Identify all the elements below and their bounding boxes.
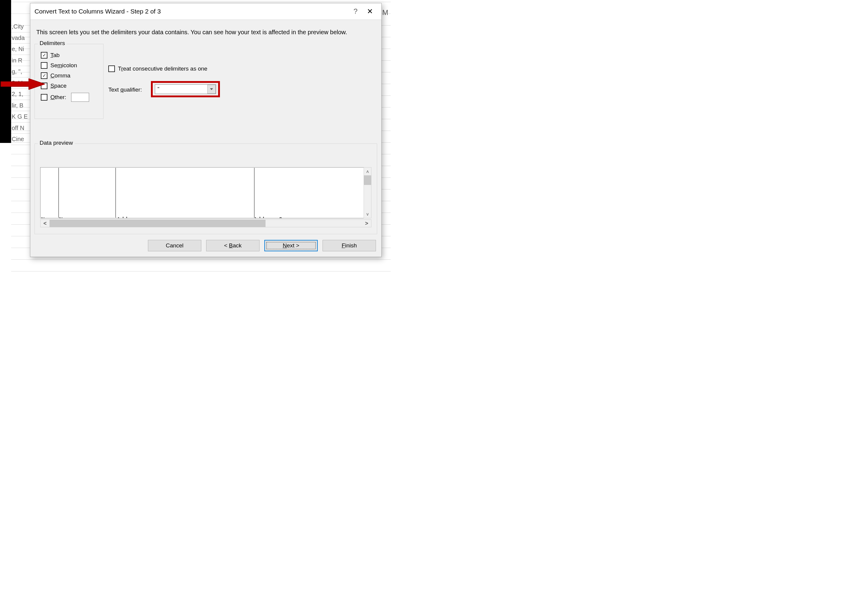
scroll-up-icon[interactable]: ʌ [364,168,371,175]
dialog-description: This screen lets you set the delimiters … [36,29,375,36]
scroll-left-icon[interactable]: < [40,220,50,227]
cell-fragment: lir, B [11,100,30,111]
delimiter-tab-label: Tab [50,52,60,59]
scroll-down-icon[interactable]: v [364,210,371,218]
data-preview-legend: Data preview [38,140,75,146]
text-qualifier-label: Text qualifier: [108,87,142,93]
checkbox-tab[interactable]: ✓ [41,52,47,59]
data-preview-group: Data preview No. Name Address Address2 1… [34,143,377,234]
cell-fragment: 2, 1, [11,89,30,100]
help-icon[interactable]: ? [348,7,363,16]
behind-cells: ,City vada e, Ni in R g, ", 3, V 2, 1, l… [11,3,30,145]
text-qualifier-value: " [155,86,207,92]
cell-fragment: K G E [11,111,30,123]
cell-fragment: off N [11,123,30,134]
checkbox-other[interactable] [41,94,47,101]
left-black-strip [0,0,11,143]
wizard-dialog: Convert Text to Columns Wizard - Step 2 … [30,3,382,257]
treat-consecutive-label: Treat consecutive delimiters as one [118,65,207,72]
close-icon[interactable]: ✕ [363,7,377,16]
chevron-down-icon [210,88,213,90]
back-button[interactable]: < Back [206,240,259,251]
treat-consecutive-row[interactable]: Treat consecutive delimiters as one [108,65,207,72]
stage: M ,City vada e, Ni in R g, ", 3, V 2, 1,… [0,0,391,274]
delimiter-comma-label: Comma [50,72,71,79]
text-qualifier-select[interactable]: " [155,84,216,94]
checkbox-comma[interactable]: ✓ [41,72,47,79]
delimiter-semicolon-row[interactable]: Semicolon [41,62,103,69]
delimiter-space-label: Space [50,82,67,89]
preview-vscrollbar[interactable]: ʌ v [364,167,372,218]
checkbox-treat-consecutive[interactable] [108,65,115,72]
preview-grid[interactable]: No. Name Address Address2 1 Mary Elizabe… [40,167,372,218]
dialog-footer: Cancel < Back Next > Finish [30,236,381,257]
hscroll-thumb[interactable] [50,220,265,227]
delimiters-group: Delimiters ✓ Tab Semicolon ✓ Comma [34,44,104,119]
cell-fragment: vada [11,33,30,44]
cell-fragment: in R [11,55,30,66]
column-header-M: M [382,8,388,17]
checkbox-space[interactable] [41,82,47,89]
cell-fragment: g, ", [11,66,30,78]
text-qualifier-highlight: " [151,81,220,97]
scroll-right-icon[interactable]: > [362,220,371,227]
cancel-button[interactable]: Cancel [148,240,202,251]
delimiter-other-row[interactable]: Other: [41,93,103,102]
cell-fragment: ,City [11,21,30,33]
delimiter-tab-row[interactable]: ✓ Tab [41,52,103,59]
delimiter-space-row[interactable]: Space [41,82,103,89]
next-button[interactable]: Next > [264,240,318,251]
dropdown-button[interactable] [207,85,216,94]
delimiter-other-label: Other: [50,94,66,101]
cell-fragment: Cine [11,134,30,145]
checkbox-semicolon[interactable] [41,62,47,69]
cell-fragment: e, Ni [11,44,30,55]
delimiter-comma-row[interactable]: ✓ Comma [41,72,103,79]
other-delimiter-input[interactable] [71,93,89,102]
finish-button[interactable]: Finish [322,240,376,251]
cell-fragment: 3, V [11,78,30,89]
delimiter-semicolon-label: Semicolon [50,62,77,69]
dialog-titlebar[interactable]: Convert Text to Columns Wizard - Step 2 … [30,3,381,20]
preview-header-row: No. Name Address Address2 [40,216,371,218]
dialog-body: This screen lets you set the delimiters … [30,20,381,236]
vscroll-thumb[interactable] [364,175,371,185]
preview-hscrollbar[interactable]: < > [40,219,372,227]
delimiters-legend: Delimiters [38,40,67,47]
dialog-title: Convert Text to Columns Wizard - Step 2 … [34,8,348,15]
